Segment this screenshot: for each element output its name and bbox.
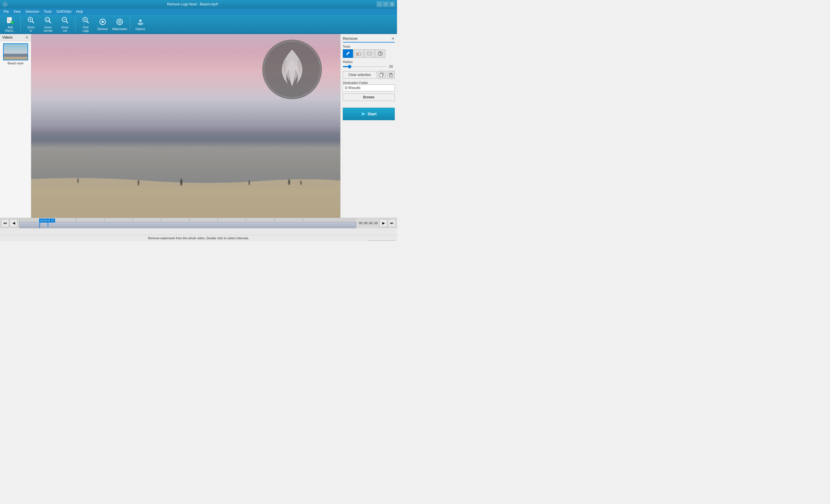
options-label: Options (135, 28, 145, 31)
window-controls: ─ □ ✕ (377, 1, 395, 7)
svg-rect-28 (138, 24, 142, 25)
timeline-time-marker: 00:00:02 13 (39, 219, 55, 227)
rating-button[interactable]: ★ (387, 240, 395, 241)
timeline-prev-frame-button[interactable]: ◀ (10, 219, 18, 227)
video-canvas[interactable] (31, 34, 340, 218)
svg-point-35 (248, 180, 250, 186)
video-thumbnail-container: Beach.mp4 (0, 41, 31, 67)
svg-marker-23 (102, 21, 104, 23)
watermarks-button[interactable]: Watermarks (112, 16, 128, 33)
status-bar: Remove watermark from the whole video. D… (0, 235, 397, 241)
svg-text:+: + (11, 21, 13, 24)
clear-selection-button[interactable]: Clear selection (343, 71, 377, 78)
zoom-out-icon (61, 16, 69, 25)
remove-icon (99, 18, 107, 27)
video-thumbnail[interactable] (3, 43, 28, 60)
zoom-normal-button[interactable]: 1:1 Zoomnormal (40, 16, 56, 33)
svg-rect-39 (357, 53, 358, 55)
add-files-button[interactable]: + AddFile(s)... (2, 16, 18, 33)
start-button[interactable]: ➤ Start (343, 108, 395, 120)
timeline-content[interactable] (19, 222, 356, 228)
twitter-button[interactable]: 🐦 (378, 240, 386, 241)
menu-file[interactable]: File (1, 9, 11, 14)
thumb-sand (4, 57, 28, 60)
radius-row: 20 (343, 65, 395, 69)
timeline-go-start-button[interactable]: ⏮ (1, 219, 9, 227)
menu-selection[interactable]: Selection (23, 9, 41, 14)
svg-rect-41 (368, 52, 372, 55)
minimize-button[interactable]: ─ (377, 1, 382, 7)
svg-line-14 (49, 21, 51, 23)
svg-rect-3 (7, 17, 10, 19)
svg-point-32 (77, 178, 79, 183)
options-button[interactable]: Options (132, 16, 148, 33)
timeline-controls: ⏮ ◀ 00:00:02 13 (0, 218, 397, 228)
radius-slider[interactable] (343, 66, 387, 67)
svg-point-36 (288, 179, 290, 186)
videos-panel: Videos ✕ Beach.mp4 (0, 34, 31, 218)
videos-panel-title: Videos (2, 35, 12, 39)
destination-folder-input[interactable] (343, 85, 395, 91)
browse-button[interactable]: Browse (343, 94, 395, 101)
help-icons: ? 🐦 ★ (369, 240, 395, 241)
remove-panel: Remove ✕ Tools (340, 34, 397, 218)
menu-help[interactable]: Help (74, 9, 85, 14)
eraser-tool-button[interactable] (354, 49, 364, 58)
svg-rect-40 (358, 53, 361, 55)
svg-line-10 (32, 21, 34, 23)
remove-label: Remove (97, 28, 108, 31)
menu-tools[interactable]: Tools (42, 9, 54, 14)
close-button[interactable]: ✕ (389, 1, 395, 7)
add-files-icon: + (6, 16, 14, 25)
title-bar: R Remove Logo Now! - Beach.mp4* ─ □ ✕ (0, 0, 397, 8)
timeline-start-time: 00:00:00.00 (358, 222, 379, 225)
zoom-in-button[interactable]: Zoomin (23, 16, 39, 33)
main-layout: Videos ✕ Beach.mp4 (0, 34, 397, 218)
paste-selection-button[interactable] (387, 71, 395, 79)
timeline-next-frame-button[interactable]: ▶ (379, 219, 387, 227)
zoom-out-label: Zoomout (61, 26, 69, 33)
beach-scene (31, 34, 340, 218)
toolbar: + AddFile(s)... Zoomin 1:1 Zoomnormal (0, 15, 397, 34)
add-files-label: AddFile(s)... (5, 26, 15, 33)
svg-point-34 (180, 179, 182, 186)
remove-panel-close[interactable]: ✕ (391, 36, 395, 41)
watermark-logo (261, 38, 323, 101)
tools-section-label: Tools (343, 45, 395, 48)
toolbar-separator-2 (75, 17, 75, 31)
find-logo-button[interactable]: FindLogo (78, 16, 94, 33)
radius-thumb[interactable] (348, 65, 351, 68)
maximize-button[interactable]: □ (383, 1, 388, 7)
watermarks-label: Watermarks (112, 28, 127, 31)
timeline-ruler (19, 218, 356, 222)
videos-panel-close[interactable]: ✕ (25, 35, 29, 40)
beach-detail-svg (31, 135, 340, 218)
interval-tool-button[interactable] (375, 49, 385, 58)
status-message: Remove watermark from the whole video. D… (148, 236, 249, 240)
remove-panel-header: Remove ✕ (343, 36, 395, 42)
remove-button[interactable]: Remove (95, 16, 110, 33)
app-title: Remove Logo Now! - Beach.mp4* (9, 2, 377, 6)
menu-softorbits[interactable]: SoftOrbits (54, 9, 74, 14)
find-logo-icon (82, 16, 90, 25)
svg-point-37 (300, 180, 302, 186)
svg-point-33 (137, 180, 139, 186)
tools-section: Tools (343, 45, 395, 58)
svg-line-17 (66, 21, 68, 23)
rect-tool-button[interactable] (364, 49, 375, 58)
brush-tool-button[interactable] (343, 49, 353, 58)
help-button[interactable]: ? (369, 240, 377, 241)
start-label: Start (368, 112, 377, 116)
menu-view[interactable]: View (11, 9, 23, 14)
watermarks-icon (116, 18, 124, 27)
find-logo-label: FindLogo (83, 26, 89, 33)
timeline-playhead-line (47, 223, 48, 227)
timeline-go-end-button[interactable]: ⏭ (388, 219, 396, 227)
destination-section: Destination Folder (343, 81, 395, 91)
svg-point-21 (84, 19, 86, 21)
thumb-sky (4, 44, 28, 54)
tools-row (343, 49, 395, 58)
copy-selection-button[interactable] (378, 71, 386, 79)
zoom-out-button[interactable]: Zoomout (57, 16, 73, 33)
selection-controls: Clear selection (343, 71, 395, 79)
